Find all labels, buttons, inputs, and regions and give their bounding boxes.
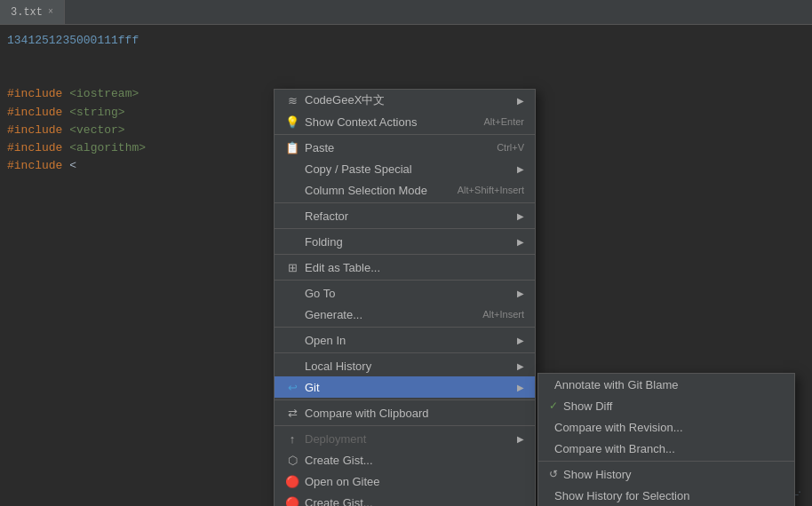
no-icon-1	[285, 162, 299, 176]
no-icon-5	[285, 286, 299, 300]
arrow-icon-git: ▶	[517, 383, 524, 392]
menu-label-create-gist: Create Gist...	[305, 454, 524, 467]
menu-label-open-in: Open In	[305, 334, 508, 347]
separator-9	[275, 425, 535, 426]
no-icon-7	[285, 333, 299, 347]
menu-item-paste[interactable]: 📋 Paste Ctrl+V	[275, 137, 535, 158]
menu-label-open-gitee: Open on Gitee	[305, 475, 524, 488]
no-icon-6	[285, 307, 299, 321]
history-icon: ↺	[549, 468, 558, 480]
tab-bar: 3.txt ×	[0, 0, 812, 25]
no-icon-2	[285, 183, 299, 197]
no-icon-3	[285, 209, 299, 223]
arrow-icon-go-to: ▶	[517, 289, 524, 298]
checkmark-icon: ✓	[549, 399, 558, 412]
arrow-icon-open-in: ▶	[517, 336, 524, 345]
separator-4	[275, 254, 535, 255]
menu-label-column-selection: Column Selection Mode	[305, 184, 452, 197]
menu-label-compare-clipboard: Compare with Clipboard	[305, 407, 524, 420]
submenu-item-show-history-sel[interactable]: Show History for Selection	[538, 485, 794, 506]
menu-item-generate[interactable]: Generate... Alt+Insert	[275, 304, 535, 325]
menu-item-git[interactable]: ↩ Git ▶	[275, 376, 535, 398]
menu-item-compare-clipboard[interactable]: ⇄ Compare with Clipboard	[275, 402, 535, 423]
separator-7	[275, 352, 535, 353]
arrow-icon-folding: ▶	[517, 237, 524, 247]
deploy-icon: ↑	[285, 431, 299, 446]
menu-label-codegee: CodeGeeX中文	[305, 92, 508, 108]
menu-item-open-gitee[interactable]: 🔴 Open on Gitee	[275, 470, 535, 492]
code-line-1: 1341251235000111fff	[7, 32, 812, 50]
arrow-icon-copy-paste: ▶	[517, 164, 524, 174]
menu-label-create-gist2: Create Gist...	[305, 496, 524, 507]
arrow-icon-local-history: ▶	[517, 361, 524, 371]
menu-item-create-gist2[interactable]: 🔴 Create Gist...	[275, 492, 535, 506]
separator-5	[275, 280, 535, 281]
git-icon: ↩	[285, 380, 299, 394]
submenu-label-annotate: Annotate with Git Blame	[554, 378, 784, 391]
git-submenu: Annotate with Git Blame ✓ Show Diff Comp…	[537, 373, 795, 506]
menu-label-copy-paste-special: Copy / Paste Special	[305, 162, 508, 176]
menu-item-copy-paste-special[interactable]: Copy / Paste Special ▶	[275, 158, 535, 179]
paste-icon: 📋	[285, 140, 299, 154]
menu-label-go-to: Go To	[305, 287, 508, 300]
menu-label-deployment: Deployment	[305, 432, 508, 446]
menu-item-folding[interactable]: Folding ▶	[275, 231, 535, 252]
submenu-item-show-history[interactable]: ↺ Show History	[538, 463, 794, 485]
editor-tab[interactable]: 3.txt ×	[0, 0, 65, 24]
tab-close-button[interactable]: ×	[48, 7, 53, 17]
local-history-icon	[285, 359, 299, 373]
separator-1	[275, 134, 535, 135]
menu-item-local-history[interactable]: Local History ▶	[275, 355, 535, 376]
context-menu: ≋ CodeGeeX中文 ▶ 💡 Show Context Actions Al…	[274, 89, 536, 506]
menu-item-column-selection[interactable]: Column Selection Mode Alt+Shift+Insert	[275, 179, 535, 201]
git-submenu-wrapper: ↩ Git ▶ Annotate with Git Blame ✓ Show D…	[275, 376, 535, 398]
submenu-item-compare-branch[interactable]: Compare with Branch...	[538, 438, 794, 459]
code-line-3	[7, 67, 812, 85]
menu-label-edit-as-table: Edit as Table...	[305, 261, 524, 274]
separator-8	[275, 399, 535, 400]
menu-label-folding: Folding	[305, 235, 508, 249]
submenu-label-compare-branch: Compare with Branch...	[554, 442, 784, 455]
gist-icon: ⬡	[285, 453, 299, 467]
submenu-label-show-history: Show History	[563, 468, 784, 481]
menu-item-go-to[interactable]: Go To ▶	[275, 282, 535, 304]
code-line-2	[7, 50, 812, 67]
menu-item-refactor[interactable]: Refactor ▶	[275, 205, 535, 226]
submenu-item-show-diff[interactable]: ✓ Show Diff	[538, 395, 794, 416]
submenu-label-compare-revision: Compare with Revision...	[554, 421, 784, 434]
shortcut-generate: Alt+Insert	[482, 309, 524, 320]
context-icon: 💡	[285, 115, 299, 129]
menu-item-context-actions[interactable]: 💡 Show Context Actions Alt+Enter	[275, 111, 535, 132]
gitee-icon: 🔴	[285, 474, 299, 488]
separator-2	[275, 202, 535, 203]
menu-label-refactor: Refactor	[305, 210, 508, 223]
table-icon: ⊞	[285, 260, 299, 274]
shortcut-context-actions: Alt+Enter	[483, 116, 524, 127]
arrow-icon-refactor: ▶	[517, 211, 524, 221]
gist2-icon: 🔴	[285, 495, 299, 506]
menu-item-codegee[interactable]: ≋ CodeGeeX中文 ▶	[275, 90, 535, 111]
shortcut-paste: Ctrl+V	[497, 142, 524, 153]
tab-label: 3.txt	[11, 6, 43, 19]
menu-label-context-actions: Show Context Actions	[305, 115, 478, 129]
submenu-label-show-diff: Show Diff	[563, 399, 784, 413]
separator-6	[275, 327, 535, 328]
menu-label-local-history: Local History	[305, 360, 508, 373]
arrow-icon-codegee: ▶	[517, 96, 524, 106]
menu-item-create-gist[interactable]: ⬡ Create Gist...	[275, 449, 535, 470]
codegee-icon: ≋	[285, 93, 299, 107]
separator-3	[275, 228, 535, 229]
submenu-separator-1	[538, 461, 794, 462]
menu-label-generate: Generate...	[305, 308, 477, 321]
submenu-item-annotate[interactable]: Annotate with Git Blame	[538, 374, 794, 395]
compare-icon: ⇄	[285, 406, 299, 420]
submenu-label-show-history-sel: Show History for Selection	[554, 489, 784, 502]
shortcut-column-selection: Alt+Shift+Insert	[458, 185, 524, 195]
menu-item-deployment[interactable]: ↑ Deployment ▶	[275, 428, 535, 449]
no-icon-4	[285, 234, 299, 249]
arrow-icon-deployment: ▶	[517, 434, 524, 444]
menu-label-git: Git	[305, 381, 508, 394]
menu-item-edit-as-table[interactable]: ⊞ Edit as Table...	[275, 257, 535, 278]
submenu-item-compare-revision[interactable]: Compare with Revision...	[538, 416, 794, 438]
menu-item-open-in[interactable]: Open In ▶	[275, 329, 535, 351]
